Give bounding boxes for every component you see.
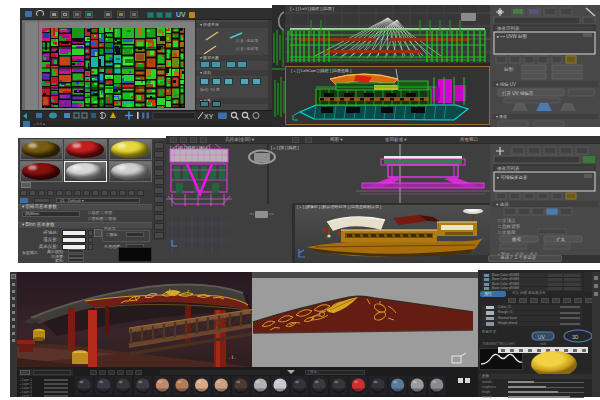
svg-text:□ 忽略背面: □ 忽略背面 [498,224,520,229]
svg-text:□ 按顶点: □ 按顶点 [498,218,516,223]
svg-text:▾ 选择: ▾ 选择 [496,202,509,207]
svg-text:▾ 编辑 UV: ▾ 编辑 UV [496,82,516,87]
svg-text:修改器列表: 修改器列表 [497,25,520,31]
svg-text:XY: XY [204,113,214,120]
svg-text:▸ 可编辑多边形: ▸ 可编辑多边形 [497,175,528,180]
svg-text:收缩: 收缩 [512,236,522,242]
svg-text:UV: UV [538,334,546,340]
svg-text:贴图:: 贴图: [504,67,514,72]
svg-text:修改器列表: 修改器列表 [497,165,520,171]
svg-text:▾ 通道: ▾ 通道 [496,114,507,119]
svg-text:. t .: . t . [229,354,236,360]
svg-text:扩大: 扩大 [556,237,566,242]
svg-text:打开 UV 编辑器: 打开 UV 编辑器 [502,90,534,97]
svg-text:▸ ▪ ▪ UVW 贴图: ▸ ▪ ▪ UVW 贴图 [497,34,527,39]
svg-text:3D: 3D [572,334,579,340]
